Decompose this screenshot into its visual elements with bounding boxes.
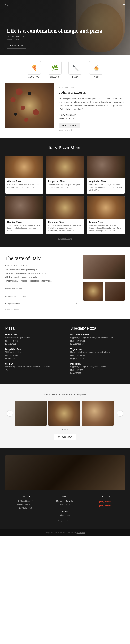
welcome-list: Tasty, fresh daily Best pizza in NYC <box>59 113 125 120</box>
sample-select[interactable]: Sample Headline <box>5 301 78 306</box>
pizza-topping-2 <box>10 97 16 102</box>
category-organic[interactable]: 🌿 ORGANIC <box>46 61 63 78</box>
veg-desc: Mushroom, bell pepper, onion, tomato and… <box>70 351 125 354</box>
specialty-newyork-special: New York Special Pepperoni, sausage, bel… <box>70 333 125 346</box>
carousel-dot-2[interactable] <box>64 429 66 430</box>
carousel-dot-1[interactable] <box>62 429 63 430</box>
pizza-grid: Cheese Pizza Get our Manhattan Classic C… <box>5 156 125 234</box>
taste-list-item-4: Diam volutpat commodo sed egestas egesta… <box>5 279 78 283</box>
deepdish-desc: Thick crust pan pizza <box>5 351 60 354</box>
find-us-title: FIND US <box>7 495 43 497</box>
carousel-image-1 <box>15 401 47 426</box>
order-now-button[interactable]: ORDER NOW <box>54 434 76 440</box>
taste-small-image-2 <box>105 282 125 300</box>
carousel-next-button[interactable]: › <box>117 410 123 416</box>
phone-2[interactable]: 2 (346) 333-897 <box>87 504 123 508</box>
pizza-type-deepdish: Deep Dish Pan Thick crust pan pizza Medi… <box>5 348 60 360</box>
footer-bar: Sample text. Click to select the Text El… <box>0 529 130 536</box>
hero-section: logo ≡ Life is a combination of magic an… <box>0 0 130 56</box>
welcome-label: WELCOME TO <box>59 87 125 88</box>
footer-columns: FIND US 131 Alyce Street, 21Avenue, New … <box>5 495 125 516</box>
pizza-card-rustica: Rustica Pizza Tomato sauce, mozzarella, … <box>5 196 43 234</box>
sample-select-wrapper: Sample Headline ▼ <box>5 301 78 306</box>
welcome-pizza-image <box>5 83 54 128</box>
footer-call-us: CALL US 1 (346) 567-691 2 (346) 333-897 <box>85 495 125 516</box>
taste-list-item-3: Nibh sed condimentum ut venenatis. <box>5 276 78 279</box>
pasta-icon: 🍝 <box>89 61 103 74</box>
pizza-col: Pizza NEW YORK Classic New York style th… <box>5 326 60 377</box>
ny-special-price: Medium 14" $27.50Large 16" $36.50 <box>70 340 125 346</box>
pizza-topping-3 <box>21 106 25 110</box>
welcome-section: WELCOME TO John's Pizzeria We are specia… <box>0 83 130 138</box>
pizza-topping-5 <box>24 118 28 122</box>
see-menu-button[interactable]: SEE OUR MENU <box>59 123 80 128</box>
pep-name: Pepperoni <box>70 362 125 365</box>
pizza-olive-1 <box>28 92 31 95</box>
vegetarian-pizza-desc: Tomato Sauce, Mozzarella, Green Pepper, … <box>89 184 123 191</box>
taste-small-image-1 <box>83 282 103 300</box>
welcome-list-item-1: Tasty, fresh daily <box>59 113 125 117</box>
gallery-section: Visit our restaurant to create your idea… <box>0 384 130 448</box>
footer-image-credit-link[interactable]: Image from Freepik <box>58 520 72 522</box>
taste-list: Interdum velit auctor in pellentesque. U… <box>5 268 78 283</box>
carousel-prev-button[interactable]: ‹ <box>7 410 13 416</box>
specialty-pepperoni: Pepperoni Pepperoni, sausage, meatball, … <box>70 362 125 374</box>
footer-find-us: FIND US 131 Alyce Street, 21Avenue, New … <box>5 495 45 516</box>
rustica-pizza-image <box>5 196 43 219</box>
category-pizza[interactable]: 🔪 PIZZA <box>67 61 84 78</box>
call-us-title: CALL US <box>87 495 123 497</box>
veg-price: Medium 14" $24.50Large 16" $27.20 <box>70 354 125 360</box>
taste-right <box>83 255 125 310</box>
footer-image-credit: Image from Freepik <box>5 520 125 522</box>
rustica-pizza-body: Rustica Pizza Tomato sauce, mozzarella, … <box>5 219 43 234</box>
taste-section: The taste of Italy Wood-fired ovens Inte… <box>0 246 130 319</box>
delicious-pizza-desc: A mix of Porcini Mushrooms and Decadent … <box>48 224 82 232</box>
category-pasta-label: PASTA <box>93 76 100 78</box>
pizza-topping-1 <box>16 88 22 95</box>
rustica-pizza-name: Rustica Pizza <box>7 221 41 223</box>
footer-bar-link[interactable]: Click to edit. <box>76 532 85 534</box>
hamburger-icon[interactable]: ≡ <box>123 2 125 6</box>
sicilian-name: Sicilian <box>5 362 60 365</box>
gallery-carousel: ‹ › <box>5 401 125 426</box>
gallery-text: Visit our restaurant to create your idea… <box>22 393 108 396</box>
specialty-divider <box>65 326 65 377</box>
sicilian-price: 4/6 <box>5 369 60 372</box>
pizza-menu-section: Italy Pizza Menu Cheese Pizza Get our Ma… <box>0 138 130 246</box>
deepdish-price: Medium 14" $21Large 18" $23 <box>5 354 60 360</box>
category-pasta[interactable]: 🍝 PASTA <box>88 61 105 78</box>
welcome-image-credit-link[interactable]: Image from Freepik <box>59 129 72 131</box>
hero-title: Life is a combination of magic and pizza <box>7 28 102 34</box>
taste-left: The taste of Italy Wood-fired ovens Inte… <box>5 255 78 310</box>
view-menu-button[interactable]: VIEW MENU <box>7 43 26 48</box>
menu-image-credit-link[interactable]: Images from Freepik <box>58 238 72 240</box>
pep-price: Medium 14" $29Large 16" $32 <box>70 369 125 374</box>
flavors-input[interactable] <box>5 286 78 292</box>
phone-1[interactable]: 1 (346) 567-691 <box>87 500 123 504</box>
taste-images-credit-link[interactable]: Images from Freepik <box>5 309 20 310</box>
pizza-card-cheese: Cheese Pizza Get our Manhattan Classic C… <box>5 156 43 194</box>
cheese-pizza-image <box>5 156 43 178</box>
hero-content: Life is a combination of magic and pizza… <box>7 28 102 48</box>
carousel-dot-3[interactable] <box>67 429 68 430</box>
navbar: logo ≡ <box>0 0 130 9</box>
menu-image-credit: Images from Freepik <box>5 238 125 240</box>
category-pizza-label: PIZZA <box>72 76 78 78</box>
newyork-price: Medium 14" $19Large 18" $21 <box>5 340 60 346</box>
sicilian-desc: Square deep dish with our housemade onio… <box>5 366 60 368</box>
tomato-pizza-image <box>87 196 125 219</box>
cheese-pizza-desc: Get our Manhattan Classic Cheese Pizza w… <box>7 184 41 188</box>
about-us-icon: 🍕 <box>27 61 41 74</box>
veg-name: Vegetarian <box>70 348 125 350</box>
certified-input[interactable] <box>5 294 78 299</box>
pizza-type-sicilian: Sicilian Square deep dish with our house… <box>5 362 60 372</box>
pizza-olive-2 <box>14 113 17 116</box>
footer-info: FIND US 131 Alyce Street, 21Avenue, New … <box>0 448 130 529</box>
category-about-us[interactable]: 🍕 ABOUT US <box>25 61 42 78</box>
pizza-card-tomato: Tomato Pizza The Classic Marinara Sauce,… <box>87 196 125 234</box>
hero-subtitle: – FEDERICO FELLINI <box>7 35 102 38</box>
welcome-title: John's Pizzeria <box>59 90 125 95</box>
cheese-pizza-name: Cheese Pizza <box>7 180 41 182</box>
nav-logo: logo <box>5 3 9 6</box>
hero-image-credit-link[interactable]: Image from Freepik <box>7 38 20 40</box>
